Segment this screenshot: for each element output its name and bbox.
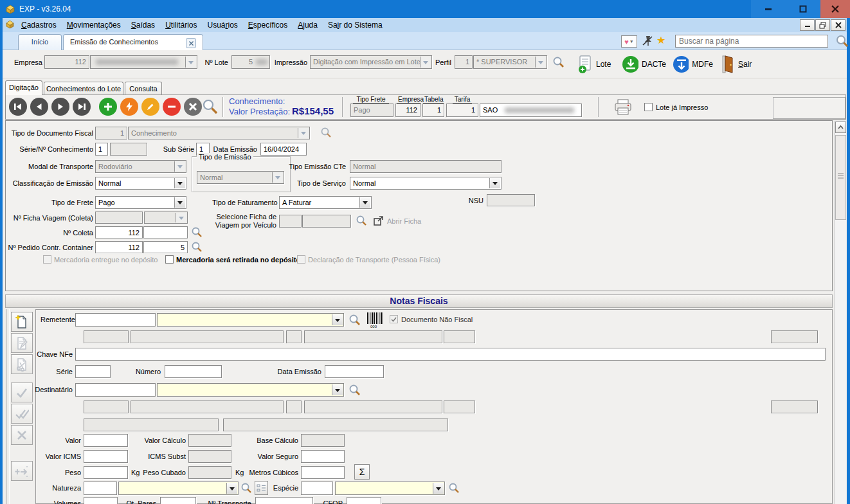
record-search-button[interactable] [202,98,219,116]
tab-close-button[interactable] [186,38,196,48]
natureza-search-button[interactable] [240,482,253,496]
remetente-select[interactable] [157,313,344,327]
natureza-tree-button[interactable] [255,481,268,495]
perfil-select[interactable]: * SUPERVISOR [473,55,547,69]
tab-consulta[interactable]: Consulta [125,82,162,95]
abrir-ficha-button[interactable]: Abrir Ficha [373,215,421,226]
edit-note-button[interactable] [11,333,33,353]
dacte-button[interactable]: DACTe [621,53,666,76]
qt-pares-field[interactable] [160,497,196,504]
cancel-note-button[interactable] [11,425,33,445]
especie-code-field[interactable] [301,482,333,495]
metros-cubicos-field[interactable] [301,466,345,479]
print-button[interactable] [612,98,634,118]
valor-field[interactable] [84,434,128,447]
peso-field[interactable] [84,466,128,479]
next-record-button[interactable] [51,98,69,116]
first-record-button[interactable] [9,98,27,116]
tab-emissao-conhecimentos[interactable]: Emissão de Conhecimentos [63,34,203,50]
n-pedido-field[interactable]: 5 [143,241,188,253]
minimize-button[interactable] [751,0,786,18]
scroll-up-button[interactable] [835,122,846,133]
transfer-note-button[interactable] [11,461,33,481]
n-coleta-code-field[interactable]: 112 [95,226,143,239]
menu-item-utilit-rios[interactable]: Utilitários [160,19,202,32]
empresa-select[interactable] [90,55,197,69]
quick-record-button[interactable] [120,98,138,116]
tab-digitacao[interactable]: Digitação [5,80,42,95]
especie-select[interactable] [335,482,445,495]
valor-icms-field[interactable] [84,450,128,463]
chave-nfe-field[interactable] [75,348,826,361]
cfop-field[interactable]: . [347,497,381,504]
notas-splitter[interactable] [6,309,10,504]
favorites-button[interactable]: ♥ ▼ [621,35,637,48]
add-record-button[interactable] [99,98,117,116]
mdi-minimize-button[interactable] [800,19,815,31]
maximize-button[interactable] [786,0,820,18]
perfil-search-button[interactable] [552,56,565,70]
nf-data-emissao-field[interactable] [325,365,384,378]
declaracao-transporte-checkbox[interactable] [297,255,305,264]
data-emissao-field[interactable]: 16/04/2024 [260,143,307,156]
menu-item-usu-rios[interactable]: Usuários [202,19,242,32]
classificacao-emissao-select[interactable]: Normal [95,177,186,190]
sair-button[interactable]: Sair [721,53,766,76]
new-note-button[interactable] [11,312,33,332]
close-button[interactable] [820,0,850,18]
last-record-button[interactable] [73,98,91,116]
lote-button[interactable]: Lote [577,53,613,76]
menu-item-cadastros[interactable]: Cadastros [16,19,62,32]
destinatario-select[interactable] [157,383,344,397]
n-pedido-search-button[interactable] [191,241,203,255]
destinatario-code-field[interactable] [75,383,156,397]
search-page-button[interactable] [835,34,849,50]
natureza-code-field[interactable] [84,482,117,495]
modal-transporte-select[interactable]: Rodoviário [95,160,186,173]
especie-search-button[interactable] [448,482,460,496]
natureza-select[interactable] [118,482,239,495]
sigma-button[interactable]: Σ [354,464,370,480]
search-input[interactable] [675,35,828,48]
unpin-button[interactable] [641,35,654,48]
mdfe-button[interactable]: MDFe [672,53,713,76]
tipo-frete-select[interactable]: Pago [95,196,186,209]
menu-item-ajuda[interactable]: Ajuda [293,19,323,32]
cut-note-button[interactable] [11,354,33,374]
tipo-faturamento-select[interactable]: A Faturar [279,196,372,209]
favorite-star-button[interactable]: ★ [656,34,665,46]
confirm-button[interactable] [11,382,33,402]
tipo-emissao-select[interactable]: Normal [197,171,284,184]
nf-serie-field[interactable] [75,365,111,378]
tab-inicio[interactable]: Início [18,34,62,50]
remetente-code-field[interactable] [75,313,156,327]
tipo-servico-select[interactable]: Normal [350,177,502,190]
destinatario-search-button[interactable] [348,384,361,398]
edit-record-button[interactable] [141,98,159,116]
nf-numero-field[interactable] [165,365,222,378]
documento-nao-fiscal-checkbox[interactable] [390,315,398,323]
vertical-scrollbar[interactable] [834,121,846,504]
tipo-documento-select[interactable]: Conhecimento [128,127,310,140]
menu-item-sair-do-sistema[interactable]: Sair do Sistema [323,19,388,32]
n-pedido-code-field[interactable]: 112 [95,241,143,253]
serie-conhecimento-field[interactable]: 1 [95,143,108,156]
scrollbar-thumb[interactable] [835,135,846,220]
tab-conhecimentos-lote[interactable]: Conhecimentos do Lote [44,82,123,95]
tipo-documento-search-button[interactable] [320,127,332,140]
cancel-record-button[interactable] [184,98,202,116]
ficha-viagem-select[interactable] [144,212,188,224]
delete-record-button[interactable] [163,98,181,116]
previous-record-button[interactable] [30,98,48,116]
mercadoria-retirada-checkbox[interactable] [165,255,174,264]
lote-impresso-checkbox[interactable] [644,103,653,111]
mdi-restore-button[interactable] [815,19,830,31]
menu-item-movimenta-es[interactable]: Movimentações [62,19,126,32]
n-coleta-search-button[interactable] [191,226,203,240]
n-coleta-field[interactable] [143,226,188,239]
confirm-all-button[interactable] [11,404,33,424]
impressao-select[interactable]: Digitação com Impressão em Lote [310,55,432,69]
barcode-button[interactable]: 000 [366,312,385,330]
volumes-field[interactable] [84,497,118,504]
n-transporte-field[interactable] [255,497,313,504]
